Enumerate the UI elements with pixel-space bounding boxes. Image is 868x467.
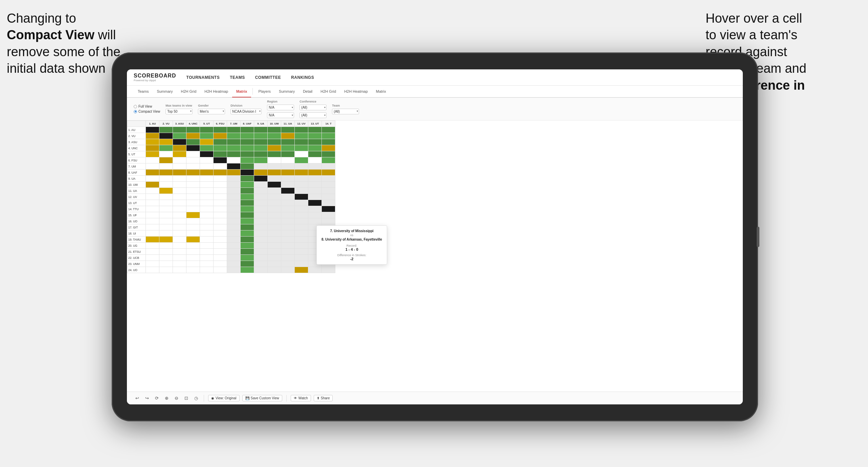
- matrix-cell[interactable]: [295, 182, 308, 188]
- matrix-cell[interactable]: [214, 127, 227, 133]
- matrix-cell[interactable]: [254, 224, 268, 230]
- watch-button[interactable]: 👁 Watch: [291, 395, 311, 401]
- matrix-cell[interactable]: [308, 127, 322, 133]
- matrix-cell[interactable]: [227, 139, 241, 145]
- matrix-cell[interactable]: [214, 218, 227, 224]
- matrix-cell[interactable]: [281, 176, 295, 182]
- matrix-cell[interactable]: [186, 170, 200, 176]
- matrix-cell[interactable]: [200, 200, 214, 206]
- matrix-cell[interactable]: [295, 218, 308, 224]
- matrix-cell[interactable]: [227, 157, 241, 163]
- matrix-cell[interactable]: [200, 206, 214, 212]
- matrix-cell[interactable]: [227, 194, 241, 200]
- matrix-cell[interactable]: [146, 176, 159, 182]
- tab-summary-l[interactable]: Summary: [153, 86, 177, 97]
- matrix-cell[interactable]: [227, 237, 241, 243]
- matrix-cell[interactable]: [308, 133, 322, 139]
- matrix-cell[interactable]: [241, 163, 254, 170]
- matrix-cell[interactable]: [159, 127, 173, 133]
- matrix-cell[interactable]: [214, 182, 227, 188]
- matrix-cell[interactable]: [173, 145, 186, 151]
- matrix-cell[interactable]: [146, 182, 159, 188]
- matrix-cell[interactable]: [254, 261, 268, 267]
- tab-h2h-grid-r[interactable]: H2H Grid: [316, 86, 340, 97]
- matrix-cell[interactable]: [254, 139, 268, 145]
- matrix-cell[interactable]: [268, 157, 281, 163]
- matrix-cell[interactable]: [227, 151, 241, 157]
- matrix-cell[interactable]: [295, 200, 308, 206]
- matrix-cell[interactable]: [173, 176, 186, 182]
- matrix-cell[interactable]: [173, 127, 186, 133]
- matrix-cell[interactable]: [200, 145, 214, 151]
- matrix-cell[interactable]: [308, 163, 322, 170]
- matrix-cell[interactable]: [281, 139, 295, 145]
- matrix-cell[interactable]: [214, 163, 227, 170]
- matrix-cell[interactable]: [254, 163, 268, 170]
- matrix-cell[interactable]: [254, 230, 268, 237]
- matrix-cell[interactable]: [146, 188, 159, 194]
- conference-select[interactable]: (All): [299, 105, 327, 110]
- matrix-cell[interactable]: [227, 182, 241, 188]
- tab-players[interactable]: Players: [254, 86, 275, 97]
- matrix-cell[interactable]: [200, 261, 214, 267]
- compact-view-radio[interactable]: Compact View: [134, 110, 160, 113]
- matrix-cell[interactable]: [227, 261, 241, 267]
- matrix-cell[interactable]: [295, 267, 308, 273]
- matrix-cell[interactable]: [214, 249, 227, 255]
- matrix-cell[interactable]: [295, 243, 308, 249]
- matrix-cell[interactable]: [308, 212, 322, 218]
- matrix-cell[interactable]: [241, 255, 254, 261]
- matrix-cell[interactable]: [268, 182, 281, 188]
- matrix-cell[interactable]: [241, 145, 254, 151]
- matrix-cell[interactable]: [159, 212, 173, 218]
- matrix-cell[interactable]: [295, 163, 308, 170]
- matrix-cell[interactable]: [241, 194, 254, 200]
- matrix-cell[interactable]: [308, 188, 322, 194]
- matrix-cell[interactable]: [322, 139, 335, 145]
- matrix-cell[interactable]: [186, 212, 200, 218]
- matrix-cell[interactable]: [295, 237, 308, 243]
- tab-h2h-grid-l[interactable]: H2H Grid: [177, 86, 200, 97]
- tab-h2h-heatmap-l[interactable]: H2H Heatmap: [200, 86, 232, 97]
- matrix-cell[interactable]: [254, 182, 268, 188]
- matrix-cell[interactable]: [241, 206, 254, 212]
- matrix-cell[interactable]: [146, 139, 159, 145]
- matrix-cell[interactable]: [281, 157, 295, 163]
- matrix-cell[interactable]: [295, 151, 308, 157]
- matrix-cell[interactable]: [173, 230, 186, 237]
- matrix-cell[interactable]: [268, 249, 281, 255]
- region-select[interactable]: N/A: [267, 105, 294, 110]
- matrix-cell[interactable]: [159, 218, 173, 224]
- matrix-cell[interactable]: [186, 230, 200, 237]
- matrix-cell[interactable]: [322, 200, 335, 206]
- matrix-cell[interactable]: [146, 243, 159, 249]
- matrix-cell[interactable]: [281, 133, 295, 139]
- matrix-cell[interactable]: [186, 151, 200, 157]
- matrix-cell[interactable]: [254, 170, 268, 176]
- matrix-cell[interactable]: [241, 182, 254, 188]
- matrix-cell[interactable]: [200, 218, 214, 224]
- matrix-cell[interactable]: [173, 170, 186, 176]
- matrix-cell[interactable]: [186, 157, 200, 163]
- matrix-cell[interactable]: [214, 212, 227, 218]
- matrix-cell[interactable]: [322, 182, 335, 188]
- matrix-cell[interactable]: [295, 249, 308, 255]
- matrix-cell[interactable]: [308, 267, 322, 273]
- matrix-cell[interactable]: [241, 157, 254, 163]
- matrix-cell[interactable]: [241, 188, 254, 194]
- matrix-cell[interactable]: [308, 218, 322, 224]
- nav-committee[interactable]: COMMITTEE: [255, 74, 281, 81]
- matrix-cell[interactable]: [281, 249, 295, 255]
- matrix-cell[interactable]: [186, 163, 200, 170]
- matrix-cell[interactable]: [200, 170, 214, 176]
- matrix-cell[interactable]: [186, 145, 200, 151]
- matrix-cell[interactable]: [268, 145, 281, 151]
- matrix-cell[interactable]: [308, 139, 322, 145]
- matrix-cell[interactable]: [227, 212, 241, 218]
- matrix-cell[interactable]: [159, 230, 173, 237]
- matrix-cell[interactable]: [186, 206, 200, 212]
- matrix-cell[interactable]: [281, 145, 295, 151]
- matrix-cell[interactable]: [295, 145, 308, 151]
- conference-select2[interactable]: (All): [299, 112, 327, 118]
- matrix-cell[interactable]: [295, 157, 308, 163]
